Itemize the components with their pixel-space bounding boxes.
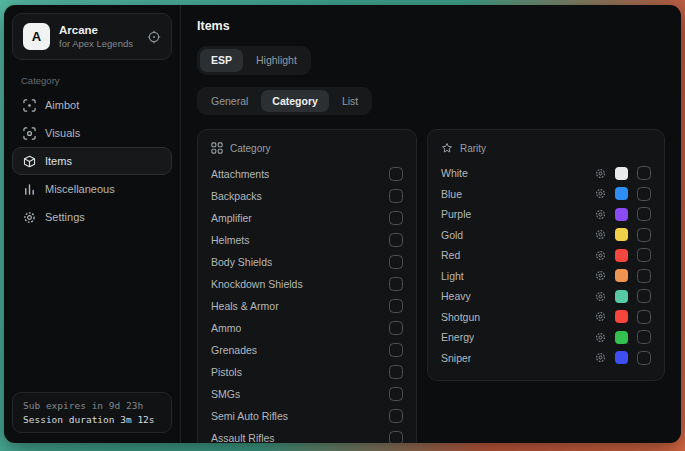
checkbox[interactable] xyxy=(637,351,651,365)
color-swatch[interactable] xyxy=(615,290,628,303)
category-row-label: Attachments xyxy=(211,168,269,180)
color-swatch[interactable] xyxy=(615,208,628,221)
sidebar-section-label: Category xyxy=(21,75,163,86)
rarity-row-label: Sniper xyxy=(441,352,471,364)
rarity-panel-title: Rarity xyxy=(460,143,486,154)
page-title: Items xyxy=(197,19,665,33)
category-row-label: Pistols xyxy=(211,366,242,378)
category-row: Assault Rifles xyxy=(211,427,403,443)
tab-highlight[interactable]: Highlight xyxy=(245,49,308,72)
star-icon xyxy=(441,142,453,154)
checkbox[interactable] xyxy=(389,167,403,181)
sidebar-item-visuals[interactable]: Visuals xyxy=(12,119,172,147)
checkbox[interactable] xyxy=(389,299,403,313)
checkbox[interactable] xyxy=(389,211,403,225)
gear-icon[interactable] xyxy=(595,250,606,261)
tab-list[interactable]: List xyxy=(331,90,369,113)
sidebar-item-items[interactable]: Items xyxy=(12,147,172,175)
checkbox[interactable] xyxy=(389,409,403,423)
sidebar-item-aimbot[interactable]: Aimbot xyxy=(12,91,172,119)
category-panel-header: Category xyxy=(211,142,403,154)
checkbox[interactable] xyxy=(637,310,651,324)
gear-icon[interactable] xyxy=(595,229,606,240)
category-panel: Category Attachments Backpacks Amplifier… xyxy=(197,129,417,443)
checkbox[interactable] xyxy=(389,189,403,203)
crosshair-icon[interactable] xyxy=(147,30,161,44)
sidebar-item-miscellaneous[interactable]: Miscellaneous xyxy=(12,175,172,203)
gear-icon[interactable] xyxy=(595,188,606,199)
color-swatch[interactable] xyxy=(615,228,628,241)
category-row: Helmets xyxy=(211,229,403,251)
checkbox[interactable] xyxy=(637,187,651,201)
category-row-label: SMGs xyxy=(211,388,240,400)
gear-icon[interactable] xyxy=(595,332,606,343)
checkbox[interactable] xyxy=(389,233,403,247)
rarity-panel: Rarity White Blue Purple xyxy=(427,129,665,381)
color-swatch[interactable] xyxy=(615,351,628,364)
rarity-row: Energy xyxy=(441,327,651,348)
category-row-label: Grenades xyxy=(211,344,257,356)
sidebar-item-settings[interactable]: Settings xyxy=(12,203,172,231)
gear-icon[interactable] xyxy=(595,311,606,322)
category-row: SMGs xyxy=(211,383,403,405)
checkbox[interactable] xyxy=(389,277,403,291)
checkbox[interactable] xyxy=(389,343,403,357)
checkbox[interactable] xyxy=(389,387,403,401)
subscription-info-card: Sub expires in 9d 23h Session duration 3… xyxy=(12,392,172,433)
category-row-label: Knockdown Shields xyxy=(211,278,303,290)
checkbox[interactable] xyxy=(389,431,403,443)
checkbox[interactable] xyxy=(637,166,651,180)
rarity-row: Purple xyxy=(441,204,651,225)
grid-icon xyxy=(211,142,223,154)
color-swatch[interactable] xyxy=(615,269,628,282)
checkbox[interactable] xyxy=(637,269,651,283)
package-icon xyxy=(22,155,36,168)
rarity-row: Shotgun xyxy=(441,307,651,328)
category-row-label: Assault Rifles xyxy=(211,432,275,443)
rarity-row-label: White xyxy=(441,167,468,179)
checkbox[interactable] xyxy=(389,365,403,379)
color-swatch[interactable] xyxy=(615,187,628,200)
gear-icon[interactable] xyxy=(595,270,606,281)
rarity-row: Sniper xyxy=(441,348,651,369)
color-swatch[interactable] xyxy=(615,167,628,180)
checkbox[interactable] xyxy=(637,207,651,221)
rarity-row-label: Gold xyxy=(441,229,463,241)
checkbox[interactable] xyxy=(637,330,651,344)
crosshair-focus-icon xyxy=(22,99,36,112)
sidebar-item-label: Visuals xyxy=(45,127,80,139)
mode-tabs: ESP Highlight xyxy=(197,46,311,75)
checkbox[interactable] xyxy=(637,289,651,303)
rarity-row-label: Energy xyxy=(441,331,474,343)
app-logo: A xyxy=(23,23,50,50)
rarity-panel-header: Rarity xyxy=(441,142,651,154)
tab-esp[interactable]: ESP xyxy=(200,49,243,72)
checkbox[interactable] xyxy=(389,255,403,269)
color-swatch[interactable] xyxy=(615,331,628,344)
main-content: Items ESP Highlight General Category Lis… xyxy=(181,5,681,443)
category-row: Heals & Armor xyxy=(211,295,403,317)
view-tabs: General Category List xyxy=(197,87,372,116)
rarity-row-label: Red xyxy=(441,249,460,261)
category-row: Semi Auto Rifles xyxy=(211,405,403,427)
checkbox[interactable] xyxy=(389,321,403,335)
gear-icon[interactable] xyxy=(595,209,606,220)
rarity-row-label: Purple xyxy=(441,208,471,220)
color-swatch[interactable] xyxy=(615,310,628,323)
gear-icon[interactable] xyxy=(595,291,606,302)
sidebar: A Arcane for Apex Legends Category xyxy=(4,5,181,443)
app-title: Arcane xyxy=(59,23,133,38)
rarity-row-label: Blue xyxy=(441,188,462,200)
panels-row: Category Attachments Backpacks Amplifier… xyxy=(197,129,665,443)
tab-category[interactable]: Category xyxy=(261,90,329,113)
checkbox[interactable] xyxy=(637,228,651,242)
color-swatch[interactable] xyxy=(615,249,628,262)
rarity-row: Gold xyxy=(441,225,651,246)
category-row-label: Heals & Armor xyxy=(211,300,279,312)
category-row: Pistols xyxy=(211,361,403,383)
tab-general[interactable]: General xyxy=(200,90,259,113)
gear-icon[interactable] xyxy=(595,352,606,363)
category-panel-title: Category xyxy=(230,143,271,154)
checkbox[interactable] xyxy=(637,248,651,262)
gear-icon[interactable] xyxy=(595,168,606,179)
